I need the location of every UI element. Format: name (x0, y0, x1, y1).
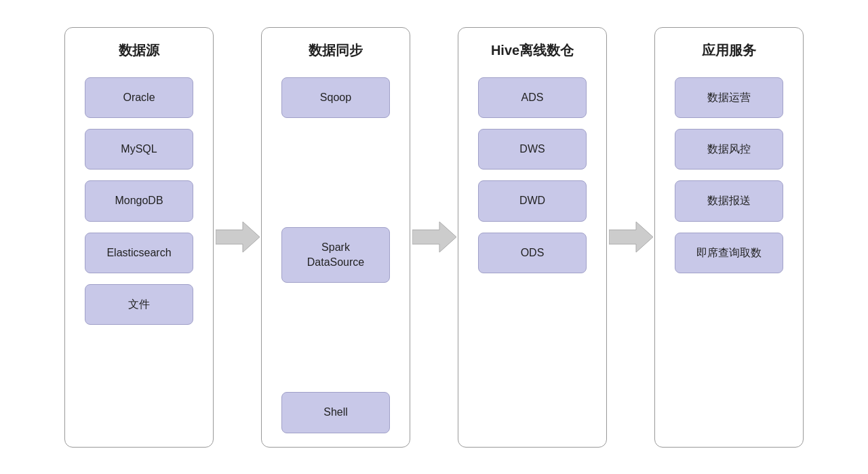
item-dwd: DWD (478, 180, 587, 221)
item-data-ops: 数据运营 (675, 77, 783, 118)
item-mysql: MySQL (85, 129, 193, 170)
column-hive: Hive离线数仓 ADS DWS DWD ODS (458, 27, 607, 448)
svg-marker-0 (216, 222, 260, 252)
column-appservice: 应用服务 数据运营 数据风控 数据报送 即席查询取数 (654, 27, 804, 448)
item-dws: DWS (478, 129, 587, 170)
column-datasource-title: 数据源 (119, 41, 159, 60)
arrow-3 (607, 218, 654, 256)
column-datasync: 数据同步 Sqoop Spark DataSource Shell (261, 27, 410, 448)
item-ads: ADS (478, 77, 587, 118)
column-datasync-title: 数据同步 (309, 41, 363, 60)
svg-marker-2 (609, 222, 653, 252)
item-elasticsearch: Elasticsearch (85, 233, 193, 273)
item-mongodb: MongoDB (85, 180, 193, 221)
column-datasource: 数据源 Oracle MySQL MongoDB Elasticsearch 文… (64, 27, 214, 448)
item-adhoc-query: 即席查询取数 (675, 233, 783, 273)
item-sqoop: Sqoop (281, 77, 390, 118)
arrow-2 (410, 218, 458, 256)
item-spark-datasource: Spark DataSource (281, 227, 390, 283)
item-file: 文件 (85, 284, 193, 325)
item-data-risk: 数据风控 (675, 129, 783, 170)
item-oracle: Oracle (85, 77, 193, 118)
svg-marker-1 (412, 222, 456, 252)
item-ods: ODS (478, 233, 587, 273)
architecture-diagram: 数据源 Oracle MySQL MongoDB Elasticsearch 文… (51, 14, 817, 461)
arrow-1 (214, 218, 261, 256)
item-shell: Shell (281, 392, 390, 433)
column-appservice-title: 应用服务 (702, 41, 756, 60)
column-hive-title: Hive离线数仓 (491, 41, 574, 60)
item-data-report: 数据报送 (675, 180, 783, 221)
